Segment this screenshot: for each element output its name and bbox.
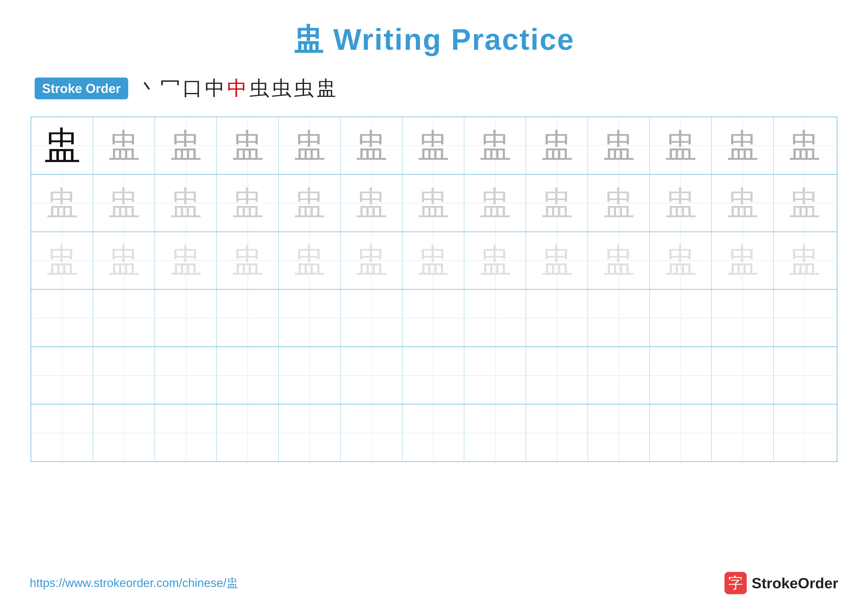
grid-cell-5-8[interactable] [464,347,526,404]
grid-cell-6-12[interactable] [711,404,773,462]
grid-cell-4-4[interactable] [217,289,279,347]
grid-cell-1-10[interactable]: 盅 [588,117,650,174]
practice-char: 盅 [108,129,140,162]
grid-cell-1-5[interactable]: 盅 [279,117,341,174]
grid-cell-2-2[interactable]: 盅 [93,175,155,232]
grid-cell-3-6[interactable]: 盅 [341,232,402,289]
grid-cell-6-10[interactable] [588,404,650,462]
grid-cell-4-2[interactable] [93,289,155,347]
grid-cell-3-9[interactable]: 盅 [526,232,588,289]
grid-cell-6-1[interactable] [31,404,93,462]
stroke-1: 丶 [138,75,158,102]
footer: https://www.strokeorder.com/chinese/盅 字 … [30,572,838,594]
grid-cell-1-3[interactable]: 盅 [155,117,217,174]
grid-cell-2-1[interactable]: 盅 [31,175,93,232]
grid-cell-6-9[interactable] [526,404,588,462]
practice-char: 盅 [43,127,81,164]
practice-char: 盅 [727,187,759,219]
grid-cell-5-1[interactable] [31,347,93,404]
grid-row-1: 盅 盅 盅 盅 盅 盅 盅 盅 盅 [31,117,837,175]
practice-char: 盅 [479,129,511,162]
grid-cell-4-1[interactable] [31,289,93,347]
grid-cell-5-10[interactable] [588,347,650,404]
grid-cell-2-5[interactable]: 盅 [279,175,341,232]
stroke-4: 中 [205,75,225,102]
practice-char: 盅 [727,244,759,277]
grid-cell-1-9[interactable]: 盅 [526,117,588,174]
grid-cell-4-6[interactable] [341,289,402,347]
grid-cell-1-1[interactable]: 盅 [31,117,93,174]
grid-cell-1-6[interactable]: 盅 [341,117,402,174]
grid-cell-3-2[interactable]: 盅 [93,232,155,289]
grid-cell-4-12[interactable] [711,289,773,347]
grid-cell-6-3[interactable] [155,404,217,462]
grid-cell-3-4[interactable]: 盅 [217,232,279,289]
practice-char: 盅 [170,187,202,219]
grid-cell-6-13[interactable] [773,404,835,462]
grid-cell-2-11[interactable]: 盅 [650,175,711,232]
grid-cell-5-5[interactable] [279,347,341,404]
grid-cell-4-11[interactable] [650,289,711,347]
grid-cell-6-4[interactable] [217,404,279,462]
grid-cell-4-7[interactable] [402,289,464,347]
grid-cell-3-8[interactable]: 盅 [464,232,526,289]
grid-cell-2-4[interactable]: 盅 [217,175,279,232]
grid-cell-1-11[interactable]: 盅 [650,117,711,174]
grid-cell-2-6[interactable]: 盅 [341,175,402,232]
stroke-2: 冖 [160,75,180,102]
grid-cell-5-6[interactable] [341,347,402,404]
practice-char: 盅 [417,129,450,162]
grid-cell-5-12[interactable] [711,347,773,404]
grid-cell-1-2[interactable]: 盅 [93,117,155,174]
grid-cell-5-2[interactable] [93,347,155,404]
grid-cell-5-3[interactable] [155,347,217,404]
grid-row-2: 盅 盅 盅 盅 盅 盅 盅 盅 盅 [31,175,837,232]
grid-cell-6-7[interactable] [402,404,464,462]
grid-cell-2-7[interactable]: 盅 [402,175,464,232]
grid-cell-6-8[interactable] [464,404,526,462]
grid-cell-3-3[interactable]: 盅 [155,232,217,289]
grid-cell-4-5[interactable] [279,289,341,347]
grid-cell-5-11[interactable] [650,347,711,404]
grid-cell-3-12[interactable]: 盅 [711,232,773,289]
grid-cell-6-11[interactable] [650,404,711,462]
grid-cell-5-7[interactable] [402,347,464,404]
grid-cell-4-10[interactable] [588,289,650,347]
grid-cell-1-4[interactable]: 盅 [217,117,279,174]
grid-cell-5-4[interactable] [217,347,279,404]
grid-cell-3-10[interactable]: 盅 [588,232,650,289]
grid-cell-5-9[interactable] [526,347,588,404]
practice-char: 盅 [170,244,202,277]
grid-cell-1-12[interactable]: 盅 [711,117,773,174]
practice-char: 盅 [788,129,820,162]
grid-cell-4-8[interactable] [464,289,526,347]
grid-cell-2-8[interactable]: 盅 [464,175,526,232]
logo-char: 字 [728,573,743,593]
grid-cell-2-3[interactable]: 盅 [155,175,217,232]
grid-cell-1-13[interactable]: 盅 [773,117,835,174]
grid-cell-3-7[interactable]: 盅 [402,232,464,289]
grid-cell-2-10[interactable]: 盅 [588,175,650,232]
footer-logo: 字 StrokeOrder [724,572,838,594]
grid-cell-4-13[interactable] [773,289,835,347]
stroke-sequence: 丶 冖 口 中 中 虫 虫 虫 盅 [138,75,336,102]
grid-cell-3-5[interactable]: 盅 [279,232,341,289]
grid-cell-3-1[interactable]: 盅 [31,232,93,289]
page-container: 盅 Writing Practice Stroke Order 丶 冖 口 中 … [0,0,868,614]
grid-cell-3-11[interactable]: 盅 [650,232,711,289]
grid-cell-3-13[interactable]: 盅 [773,232,835,289]
grid-cell-6-6[interactable] [341,404,402,462]
grid-cell-1-8[interactable]: 盅 [464,117,526,174]
grid-cell-5-13[interactable] [773,347,835,404]
grid-cell-6-2[interactable] [93,404,155,462]
practice-char: 盅 [293,244,326,277]
grid-cell-1-7[interactable]: 盅 [402,117,464,174]
grid-cell-4-3[interactable] [155,289,217,347]
practice-char: 盅 [355,187,388,219]
grid-cell-2-12[interactable]: 盅 [711,175,773,232]
grid-cell-2-9[interactable]: 盅 [526,175,588,232]
grid-cell-2-13[interactable]: 盅 [773,175,835,232]
grid-cell-4-9[interactable] [526,289,588,347]
practice-char: 盅 [355,244,388,277]
grid-cell-6-5[interactable] [279,404,341,462]
